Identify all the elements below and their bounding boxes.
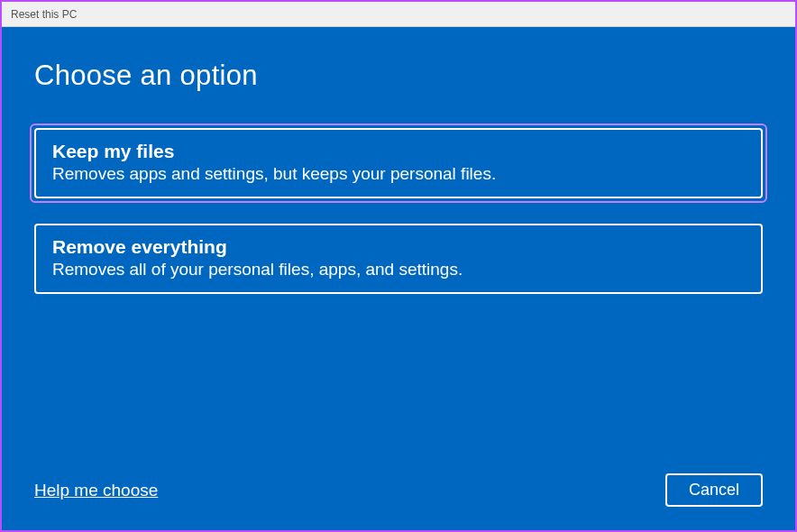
option-description: Removes apps and settings, but keeps you… xyxy=(52,164,745,184)
page-heading: Choose an option xyxy=(34,60,763,92)
dialog-footer: Help me choose Cancel xyxy=(34,473,763,507)
option-remove-everything[interactable]: Remove everything Removes all of your pe… xyxy=(34,224,763,294)
window-titlebar: Reset this PC xyxy=(2,2,795,27)
options-list: Keep my files Removes apps and settings,… xyxy=(34,128,763,294)
window-title: Reset this PC xyxy=(11,8,77,21)
dialog-content: Choose an option Keep my files Removes a… xyxy=(2,27,795,530)
cancel-button[interactable]: Cancel xyxy=(665,473,763,507)
option-keep-my-files[interactable]: Keep my files Removes apps and settings,… xyxy=(34,128,763,198)
option-description: Removes all of your personal files, apps… xyxy=(52,260,745,280)
option-title: Remove everything xyxy=(52,236,745,258)
option-title: Keep my files xyxy=(52,141,745,162)
help-me-choose-link[interactable]: Help me choose xyxy=(34,481,158,500)
